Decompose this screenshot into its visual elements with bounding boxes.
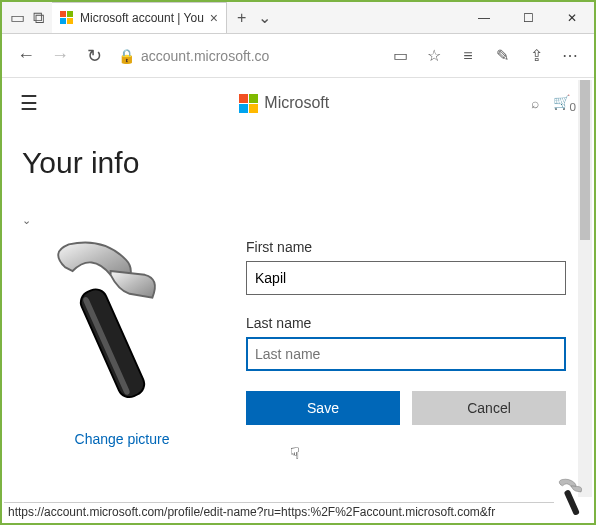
page-content: Your info ⌄ xyxy=(2,128,594,448)
back-button[interactable]: ← xyxy=(16,45,36,66)
last-name-label: Last name xyxy=(246,315,566,331)
save-button[interactable]: Save xyxy=(246,391,400,425)
menu-icon[interactable]: ☰ xyxy=(20,91,38,115)
microsoft-logo-icon xyxy=(239,94,258,113)
forward-button[interactable]: → xyxy=(50,45,70,66)
window-maximize[interactable]: ☐ xyxy=(506,11,550,25)
new-tab-button[interactable]: + xyxy=(237,9,246,27)
new-tab-area: + ⌄ xyxy=(227,2,281,33)
status-bar: https://account.microsoft.com/profile/ed… xyxy=(4,502,554,521)
last-name-block: Last name xyxy=(246,315,566,371)
first-name-label: First name xyxy=(246,239,566,255)
tab-strip: Microsoft account | You × + ⌄ xyxy=(52,2,462,33)
browser-toolbar: ← → ↻ 🔒 account.microsoft.co ▭ ☆ ≡ ✎ ⇪ ⋯ xyxy=(2,34,594,78)
favorite-icon[interactable]: ☆ xyxy=(424,46,444,65)
window-controls: — ☐ ✕ xyxy=(462,2,594,33)
change-picture-link[interactable]: Change picture xyxy=(75,431,170,447)
site-header: ☰ Microsoft ⌕ 🛒0 xyxy=(2,78,594,128)
window-tab-preview-icon[interactable]: ⧉ xyxy=(33,9,44,27)
picture-column: Change picture xyxy=(22,233,222,448)
button-row: Save Cancel xyxy=(246,391,566,425)
page-title: Your info xyxy=(22,146,566,180)
tab-favicon xyxy=(60,11,74,25)
tab-close-icon[interactable]: × xyxy=(210,10,218,26)
fields-column: First name Last name Save Cancel xyxy=(246,233,566,425)
cancel-button[interactable]: Cancel xyxy=(412,391,566,425)
header-actions: ⌕ 🛒0 xyxy=(531,94,576,113)
window-minimize[interactable]: — xyxy=(462,11,506,25)
form-area: Change picture First name Last name Save… xyxy=(22,233,566,448)
hub-icon[interactable]: ≡ xyxy=(458,47,478,65)
brand-logo[interactable]: Microsoft xyxy=(38,94,531,113)
window-close[interactable]: ✕ xyxy=(550,11,594,25)
share-icon[interactable]: ⇪ xyxy=(526,46,546,65)
more-icon[interactable]: ⋯ xyxy=(560,46,580,65)
notes-icon[interactable]: ✎ xyxy=(492,46,512,65)
browser-tab[interactable]: Microsoft account | You × xyxy=(52,2,227,33)
window-left-buttons: ▭ ⧉ xyxy=(2,2,52,33)
window-tab-actions-icon[interactable]: ▭ xyxy=(10,8,25,27)
first-name-block: First name xyxy=(246,239,566,295)
last-name-input[interactable] xyxy=(246,337,566,371)
tab-title: Microsoft account | You xyxy=(80,11,204,25)
vertical-scrollbar[interactable] xyxy=(578,80,592,497)
profile-picture xyxy=(27,409,217,426)
search-icon[interactable]: ⌕ xyxy=(531,95,539,111)
reload-button[interactable]: ↻ xyxy=(84,45,104,67)
expand-chevron-icon[interactable]: ⌄ xyxy=(22,214,31,227)
svg-rect-2 xyxy=(564,489,580,516)
tab-menu-chevron-icon[interactable]: ⌄ xyxy=(258,8,271,27)
reading-view-icon[interactable]: ▭ xyxy=(390,46,410,65)
first-name-input[interactable] xyxy=(246,261,566,295)
brand-text: Microsoft xyxy=(264,94,329,112)
window-titlebar: ▭ ⧉ Microsoft account | You × + ⌄ — ☐ ✕ xyxy=(2,2,594,34)
cart-icon[interactable]: 🛒0 xyxy=(553,94,576,113)
url-text: account.microsoft.co xyxy=(141,48,269,64)
address-bar[interactable]: 🔒 account.microsoft.co xyxy=(118,48,376,64)
scrollbar-thumb[interactable] xyxy=(580,80,590,240)
lock-icon: 🔒 xyxy=(118,48,135,64)
watermark-icon xyxy=(552,477,596,525)
